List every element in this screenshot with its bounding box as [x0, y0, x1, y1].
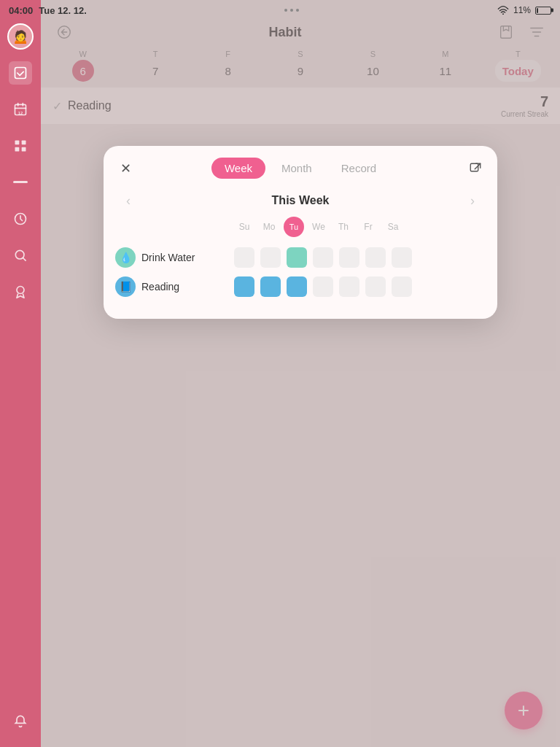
dw-day-th[interactable]	[339, 247, 359, 268]
three-dots	[284, 9, 299, 12]
svg-rect-1	[15, 68, 26, 79]
dot3	[296, 9, 299, 12]
reading-days	[232, 276, 414, 297]
dw-day-su[interactable]	[234, 247, 254, 268]
day-header-we: We	[306, 222, 331, 232]
date-display: Tue 12. 12.	[39, 5, 87, 16]
sidebar-item-checklist[interactable]	[9, 61, 32, 85]
rd-day-tu[interactable]	[287, 276, 307, 297]
status-bar: 04:00 Tue 12. 12. 11%	[0, 0, 560, 20]
habit-table: Su Mo Tu We Th Fr Sa 💧 Drink Water	[104, 217, 497, 301]
svg-point-0	[502, 13, 504, 15]
sidebar-item-bell[interactable]	[9, 709, 32, 732]
main-content: Habit W 6 T 7 F 8	[41, 0, 560, 747]
sidebar-item-clock[interactable]	[9, 207, 32, 231]
modal-tabs: Week Month Record	[136, 158, 465, 179]
rd-day-mo[interactable]	[260, 276, 281, 297]
habit-info-reading: 📘 Reading	[115, 276, 232, 297]
battery-fill	[537, 8, 538, 13]
dw-day-we[interactable]	[313, 247, 333, 268]
svg-rect-4	[15, 141, 20, 145]
sidebar-item-badge[interactable]	[9, 280, 32, 303]
reading-habit-name-label: Reading	[141, 281, 179, 293]
rd-day-fr[interactable]	[365, 276, 386, 297]
dw-day-mo[interactable]	[260, 247, 281, 268]
battery-percent: 11%	[513, 5, 531, 15]
dot1	[284, 9, 287, 12]
dw-day-tu[interactable]	[287, 247, 307, 268]
rd-day-su[interactable]	[234, 276, 254, 297]
svg-point-11	[17, 287, 24, 294]
svg-rect-5	[22, 141, 26, 145]
time-display: 04:00	[9, 5, 33, 16]
habit-row-drink-water: 💧 Drink Water	[115, 243, 486, 272]
week-nav-title: This Week	[272, 194, 330, 207]
tab-record[interactable]: Record	[328, 158, 389, 179]
prev-week-button[interactable]: ‹	[118, 190, 139, 211]
day-header-fr: Fr	[356, 222, 381, 232]
day-header-tu-today: Tu	[284, 217, 304, 237]
battery-icon	[535, 7, 551, 15]
habit-modal: ✕ Week Month Record ‹ This Week ›	[104, 146, 497, 319]
modal-header: ✕ Week Month Record	[104, 146, 497, 179]
avatar[interactable]: 🙍	[7, 23, 34, 50]
sidebar-item-search[interactable]	[9, 244, 32, 267]
dot2	[290, 9, 293, 12]
status-left: 04:00 Tue 12. 12.	[9, 5, 87, 16]
tab-month[interactable]: Month	[268, 158, 325, 179]
day-header-sa: Sa	[381, 222, 405, 232]
modal-overlay[interactable]	[41, 0, 560, 747]
svg-rect-7	[22, 147, 26, 152]
week-navigation: ‹ This Week ›	[104, 179, 497, 217]
dw-day-fr[interactable]	[365, 247, 386, 268]
sidebar-item-grid[interactable]	[9, 134, 32, 158]
status-right: 11%	[497, 5, 551, 15]
next-week-button[interactable]: ›	[462, 190, 483, 211]
dw-day-sa[interactable]	[392, 247, 412, 268]
modal-close-button[interactable]: ✕	[115, 158, 136, 179]
day-header-mo: Mo	[257, 222, 281, 232]
drink-water-days	[232, 247, 414, 268]
wifi-icon	[497, 6, 509, 15]
svg-rect-8	[13, 181, 28, 183]
svg-text:12: 12	[18, 111, 23, 115]
tab-week[interactable]: Week	[211, 158, 265, 179]
day-header-su: Su	[232, 222, 257, 232]
svg-rect-6	[15, 147, 20, 152]
day-header-th: Th	[331, 222, 356, 232]
sidebar-item-dash[interactable]	[9, 171, 32, 194]
modal-external-link-button[interactable]	[465, 158, 486, 179]
habit-row-reading: 📘 Reading	[115, 272, 486, 301]
sidebar: 🙍 12	[0, 0, 41, 747]
rd-day-th[interactable]	[339, 276, 359, 297]
rd-day-we[interactable]	[313, 276, 333, 297]
drink-water-label: Drink Water	[141, 252, 195, 263]
rd-day-sa[interactable]	[392, 276, 412, 297]
sidebar-item-calendar[interactable]: 12	[9, 98, 32, 121]
drink-water-icon: 💧	[115, 247, 136, 268]
reading-icon: 📘	[115, 276, 136, 297]
day-headers-row: Su Mo Tu We Th Fr Sa	[115, 217, 486, 237]
habit-info-drink-water: 💧 Drink Water	[115, 247, 232, 268]
